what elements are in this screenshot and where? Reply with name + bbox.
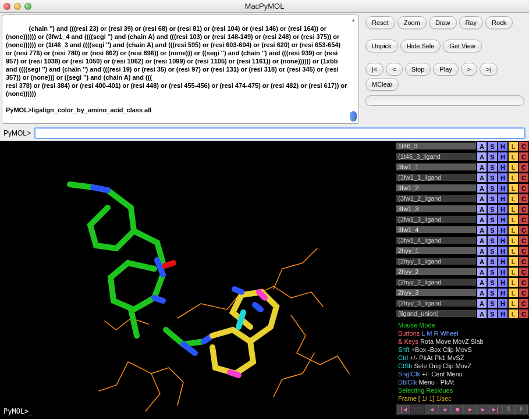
object-h-button[interactable]: H xyxy=(498,298,508,308)
object-c-button[interactable]: C xyxy=(519,204,529,214)
object-s-button[interactable]: S xyxy=(487,225,498,235)
transport-button[interactable]: ▶ xyxy=(477,405,489,414)
frame-slider[interactable] xyxy=(365,95,524,106)
object-l-button[interactable]: L xyxy=(508,152,519,162)
object-h-button[interactable]: H xyxy=(498,194,508,204)
object-name[interactable]: (2hyy_2_ligand xyxy=(396,279,477,286)
--button[interactable]: < xyxy=(386,63,402,76)
object-c-button[interactable]: C xyxy=(519,194,529,204)
object-a-button[interactable]: A xyxy=(477,152,487,162)
object-l-button[interactable]: L xyxy=(508,309,519,319)
transport-button[interactable]: F xyxy=(515,405,528,414)
object-l-button[interactable]: L xyxy=(508,194,519,204)
object-a-button[interactable]: A xyxy=(477,298,487,308)
object-a-button[interactable]: A xyxy=(477,246,487,256)
object-a-button[interactable]: A xyxy=(477,204,487,214)
object-row[interactable]: 2hyy_2ASHLC xyxy=(396,266,529,277)
object-a-button[interactable]: A xyxy=(477,277,487,287)
object-h-button[interactable]: H xyxy=(498,162,508,172)
object-row[interactable]: 3fw1_4ASHLC xyxy=(396,225,529,235)
object-row[interactable]: (2hyy_1_ligandASHLC xyxy=(396,256,529,266)
object-l-button[interactable]: L xyxy=(508,277,519,287)
object-l-button[interactable]: L xyxy=(508,162,519,172)
object-h-button[interactable]: H xyxy=(498,309,508,319)
object-h-button[interactable]: H xyxy=(498,267,508,277)
object-s-button[interactable]: S xyxy=(487,298,498,308)
object-a-button[interactable]: A xyxy=(477,194,487,204)
reset-button[interactable]: Reset xyxy=(365,16,395,29)
object-c-button[interactable]: C xyxy=(519,152,529,162)
--button[interactable]: |< xyxy=(365,63,384,76)
object-a-button[interactable]: A xyxy=(477,225,487,235)
object-a-button[interactable]: A xyxy=(477,141,487,151)
object-s-button[interactable]: S xyxy=(487,204,498,214)
object-h-button[interactable]: H xyxy=(498,257,508,266)
object-name[interactable]: (2hyy_1_ligand xyxy=(396,258,477,265)
object-s-button[interactable]: S xyxy=(487,173,498,183)
object-l-button[interactable]: L xyxy=(508,225,519,235)
transport-button[interactable]: S xyxy=(502,405,515,414)
object-l-button[interactable]: L xyxy=(508,267,519,277)
object-h-button[interactable]: H xyxy=(498,288,508,298)
object-l-button[interactable]: L xyxy=(508,257,519,266)
object-name[interactable]: (3fw1_3_ligand xyxy=(396,216,477,223)
unpick-button[interactable]: Unpick xyxy=(365,40,398,52)
object-name[interactable]: 3fw1_4 xyxy=(396,226,477,233)
object-s-button[interactable]: S xyxy=(487,267,498,277)
object-l-button[interactable]: L xyxy=(508,298,519,308)
object-a-button[interactable]: A xyxy=(477,309,487,319)
object-s-button[interactable]: S xyxy=(487,288,498,298)
object-a-button[interactable]: A xyxy=(477,257,487,266)
object-l-button[interactable]: L xyxy=(508,215,519,225)
object-a-button[interactable]: A xyxy=(477,162,487,172)
zoom-button[interactable]: Zoom xyxy=(397,16,427,29)
object-name[interactable]: 3fw1_1 xyxy=(396,163,477,170)
object-s-button[interactable]: S xyxy=(487,257,498,266)
scroll-down-icon[interactable]: ▾ xyxy=(350,116,357,122)
object-row[interactable]: 3fw1_1ASHLC xyxy=(396,162,529,172)
object-c-button[interactable]: C xyxy=(519,141,529,151)
object-l-button[interactable]: L xyxy=(508,246,519,256)
object-name[interactable]: 2hyy_1 xyxy=(396,247,477,254)
object-l-button[interactable]: L xyxy=(508,204,519,214)
object-name[interactable]: 1t46_3 xyxy=(396,143,477,150)
object-s-button[interactable]: S xyxy=(487,236,498,245)
log-scrollbar[interactable]: ▴ ▾ xyxy=(350,17,357,122)
get-view-button[interactable]: Get View xyxy=(443,40,481,52)
object-a-button[interactable]: A xyxy=(477,183,487,193)
object-c-button[interactable]: C xyxy=(519,183,529,193)
object-l-button[interactable]: L xyxy=(508,183,519,193)
object-c-button[interactable]: C xyxy=(519,267,529,277)
hide-sele-button[interactable]: Hide Sele xyxy=(400,40,441,52)
object-name[interactable]: (3fw1_1_ligand xyxy=(396,174,477,181)
object-s-button[interactable]: S xyxy=(487,215,498,225)
object-s-button[interactable]: S xyxy=(487,141,498,151)
object-row[interactable]: (3fw1_2_ligandASHLC xyxy=(396,193,529,204)
object-s-button[interactable]: S xyxy=(487,194,498,204)
object-row[interactable]: (ligand_union)ASHLC xyxy=(396,308,529,319)
object-name[interactable]: (3fw1_2_ligand xyxy=(396,195,477,202)
object-row[interactable]: 2hyy_1ASHLC xyxy=(396,245,529,256)
object-row[interactable]: (3fw1_1_ligandASHLC xyxy=(396,172,529,183)
ray-button[interactable]: Ray xyxy=(459,16,484,29)
object-s-button[interactable]: S xyxy=(487,309,498,319)
object-a-button[interactable]: A xyxy=(477,267,487,277)
object-a-button[interactable]: A xyxy=(477,215,487,225)
object-row[interactable]: 3fw1_3ASHLC xyxy=(396,204,529,214)
object-name[interactable]: (ligand_union) xyxy=(396,310,477,317)
object-row[interactable]: (2hyy_2_ligandASHLC xyxy=(396,277,529,287)
object-c-button[interactable]: C xyxy=(519,215,529,225)
rock-button[interactable]: Rock xyxy=(485,16,513,29)
mclear-button[interactable]: MClear xyxy=(365,78,399,91)
play-button[interactable]: Play xyxy=(433,63,458,76)
command-input[interactable] xyxy=(34,127,526,139)
object-c-button[interactable]: C xyxy=(519,288,529,298)
object-row[interactable]: (1t46_3_ligandASHLC xyxy=(396,151,529,162)
--button[interactable]: >| xyxy=(480,63,498,76)
object-name[interactable]: (2hyy_3_ligand xyxy=(396,300,477,307)
object-l-button[interactable]: L xyxy=(508,141,519,151)
object-h-button[interactable]: H xyxy=(498,183,508,193)
object-c-button[interactable]: C xyxy=(519,309,529,319)
transport-button[interactable]: ◀ xyxy=(438,405,451,414)
object-row[interactable]: (2hyy_3_ligandASHLC xyxy=(396,298,529,308)
